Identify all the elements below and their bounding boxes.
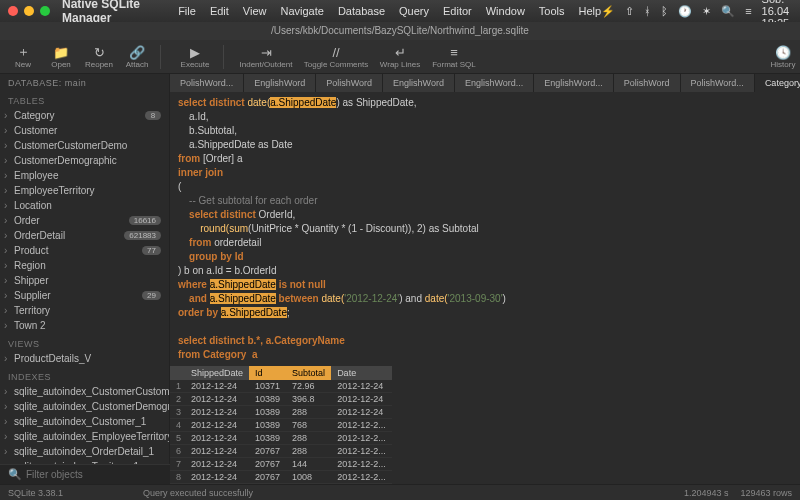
filter-bar: 🔍 [0,464,170,484]
comment-button[interactable]: //Toggle Comments [300,44,372,69]
close-window[interactable] [8,6,18,16]
sidebar-item-table[interactable]: Territory [0,303,169,318]
sidebar-item-table[interactable]: Order16616 [0,213,169,228]
sidebar-item-table[interactable]: Supplier29 [0,288,169,303]
search-icon: 🔍 [8,468,22,481]
sidebar-item-index[interactable]: sqlite_autoindex_OrderDetail_1 [0,444,169,459]
file-path: /Users/kbk/Documents/BazySQLite/Northwin… [0,22,800,40]
menu-tools[interactable]: Tools [539,5,565,17]
tab[interactable]: EnglishWord... [534,74,613,92]
sidebar-item-table[interactable]: Customer [0,123,169,138]
zoom-window[interactable] [40,6,50,16]
wrap-button[interactable]: ↵Wrap Lines [376,44,424,69]
indent-button[interactable]: ⇥Indent/Outdent [236,44,296,69]
sidebar-item-table[interactable]: CustomerDemographic [0,153,169,168]
tab[interactable]: PolishWord [316,74,383,92]
open-button[interactable]: 📁Open [44,44,78,69]
sidebar-item-index[interactable]: sqlite_autoindex_CustomerCustomerDemo_1 [0,384,169,399]
indexes-section: INDEXES [0,366,169,384]
sidebar: DATABASE: main TABLES Category8CustomerC… [0,74,170,484]
sql-editor[interactable]: select distinct date(a.ShippedDate) as S… [170,92,800,366]
menu-database[interactable]: Database [338,5,385,17]
tab[interactable]: EnglishWord... [455,74,534,92]
status-message: Query executed succesfully [143,488,253,498]
history-button[interactable]: 🕓History [766,44,800,69]
sidebar-item-table[interactable]: Shipper [0,273,169,288]
results-table-1[interactable]: ShippedDateIdSubtotalDate12012-12-241037… [170,366,392,484]
sidebar-item-table[interactable]: Town 2 [0,318,169,333]
sidebar-item-table[interactable]: OrderDetail621883 [0,228,169,243]
minimize-window[interactable] [24,6,34,16]
tab[interactable]: Category [755,74,800,92]
menu-editor[interactable]: Editor [443,5,472,17]
tab[interactable]: EnglishWord [383,74,455,92]
menu-query[interactable]: Query [399,5,429,17]
views-section: VIEWS [0,333,169,351]
menubar: File Edit View Navigate Database Query E… [178,5,601,17]
filter-input[interactable] [26,469,146,480]
sqlite-version: SQLite 3.38.1 [8,488,63,498]
tab[interactable]: PolishWord... [170,74,244,92]
execute-button[interactable]: ▶Execute [173,44,217,69]
tab[interactable]: PolishWord [614,74,681,92]
sidebar-item-table[interactable]: CustomerCustomerDemo [0,138,169,153]
sidebar-item-index[interactable]: sqlite_autoindex_Customer_1 [0,414,169,429]
menu-file[interactable]: File [178,5,196,17]
sidebar-item-table[interactable]: Category8 [0,108,169,123]
tab-bar: PolishWord...EnglishWordPolishWordEnglis… [170,74,800,92]
tab[interactable]: EnglishWord [244,74,316,92]
exec-time: 1.204943 s [684,488,729,498]
menu-navigate[interactable]: Navigate [281,5,324,17]
sidebar-item-index[interactable]: sqlite_autoindex_CustomerDemographic_1 [0,399,169,414]
menu-help[interactable]: Help [579,5,602,17]
attach-button[interactable]: 🔗Attach [120,44,154,69]
sidebar-item-index[interactable]: sqlite_autoindex_EmployeeTerritory_1 [0,429,169,444]
row-count: 129463 rows [740,488,792,498]
database-heading: DATABASE: main [0,74,169,90]
tab[interactable]: PolishWord... [681,74,755,92]
sidebar-item-table[interactable]: Location [0,198,169,213]
menu-view[interactable]: View [243,5,267,17]
reopen-button[interactable]: ↻Reopen [82,44,116,69]
new-button[interactable]: ＋New [6,44,40,69]
menu-window[interactable]: Window [486,5,525,17]
sidebar-item-table[interactable]: Product77 [0,243,169,258]
sidebar-item-table[interactable]: Employee [0,168,169,183]
menu-edit[interactable]: Edit [210,5,229,17]
results-pane[interactable]: ShippedDateIdSubtotalDate12012-12-241037… [170,366,800,484]
sidebar-item-table[interactable]: Region [0,258,169,273]
format-button[interactable]: ≡Format SQL [428,44,480,69]
sidebar-item-view[interactable]: ProductDetails_V [0,351,169,366]
sidebar-item-table[interactable]: EmployeeTerritory [0,183,169,198]
tables-section: TABLES [0,90,169,108]
